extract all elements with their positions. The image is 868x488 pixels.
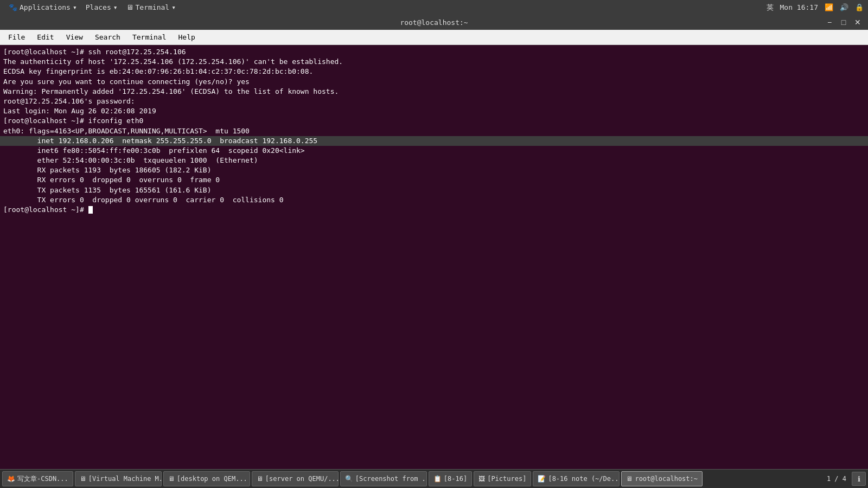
taskbar-item-label-2: [desktop on QEM... — [177, 475, 247, 483]
terminal-line-2: ECDSA key fingerprint is eb:24:0e:07:96:… — [3, 67, 865, 76]
time-display: Mon 16:17 — [780, 3, 818, 11]
wifi-icon: 📶 — [825, 3, 833, 11]
apps-icon: 🐾 — [9, 3, 17, 11]
volume-icon: 🔊 — [840, 3, 848, 11]
terminal-line-7: [root@localhost ~]# ifconfig eth0 — [3, 116, 865, 126]
terminal-line-8: eth0: flags=4163<UP,BROADCAST,RUNNING,MU… — [3, 126, 865, 136]
terminal-line-11: ether 52:54:00:00:3c:0b txqueuelen 1000 … — [3, 156, 865, 165]
terminal-line-1: The authenticity of host '172.25.254.106… — [3, 57, 865, 67]
taskbar-item-icon-4: 🔍 — [345, 475, 353, 483]
taskbar-item-2[interactable]: 🖥[desktop on QEM... — [163, 471, 250, 486]
taskbar-item-label-3: [server on QEMU/... — [265, 475, 339, 483]
taskbar-item-label-0: 写文章-CSDN... — [17, 474, 68, 484]
taskbar: 🦊写文章-CSDN...🖥[Virtual Machine M...🖥[desk… — [0, 469, 868, 488]
places-chevron: ▾ — [113, 3, 118, 11]
terminal-icon: 🖥 — [126, 3, 133, 11]
lock-icon: 🔒 — [855, 3, 864, 11]
menubar-item-help[interactable]: Help — [173, 31, 201, 44]
terminal-line-13: RX errors 0 dropped 0 overruns 0 frame 0 — [3, 175, 865, 185]
system-bar-left: 🐾 Applications ▾ Places ▾ 🖥 Terminal ▾ — [4, 0, 180, 15]
terminal-window: root@localhost:~ − □ ✕ FileEditViewSearc… — [0, 15, 868, 469]
taskbar-right: 1 / 4ℹ — [824, 472, 866, 486]
apps-chevron: ▾ — [73, 3, 77, 11]
taskbar-item-label-8: root@localhost:~ — [635, 475, 698, 483]
taskbar-item-icon-3: 🖥 — [257, 475, 263, 483]
terminal-menu[interactable]: 🖥 Terminal ▾ — [122, 0, 180, 15]
window-title: root@localhost:~ — [400, 18, 468, 27]
apps-menu[interactable]: 🐾 Applications ▾ — [4, 0, 81, 15]
taskbar-item-icon-6: 🖼 — [478, 475, 485, 483]
taskbar-item-6[interactable]: 🖼[Pictures] — [474, 471, 531, 486]
taskbar-item-5[interactable]: 📋[8-16] — [429, 471, 472, 486]
taskbar-item-icon-2: 🖥 — [168, 475, 175, 483]
menubar-item-edit[interactable]: Edit — [31, 31, 59, 44]
terminal-cursor — [88, 206, 93, 214]
terminal-line-0: [root@localhost ~]# ssh root@172.25.254.… — [3, 47, 865, 57]
taskbar-item-8[interactable]: 🖥root@localhost:~ — [621, 471, 703, 486]
terminal-line-12: RX packets 1193 bytes 186605 (182.2 KiB) — [3, 165, 865, 175]
taskbar-item-icon-7: 📝 — [538, 475, 546, 483]
terminal-line-17: [root@localhost ~]# — [3, 205, 865, 215]
system-bar: 🐾 Applications ▾ Places ▾ 🖥 Terminal ▾ 英… — [0, 0, 868, 15]
terminal-line-3: Are you sure you want to continue connec… — [3, 77, 865, 87]
taskbar-item-4[interactable]: 🔍[Screenshot from ... — [340, 471, 427, 486]
terminal-line-6: Last login: Mon Aug 26 02:26:08 2019 — [3, 106, 865, 116]
maximize-button[interactable]: □ — [839, 17, 848, 27]
places-label: Places — [86, 3, 111, 11]
close-button[interactable]: ✕ — [853, 17, 863, 27]
terminal-content[interactable]: [root@localhost ~]# ssh root@172.25.254.… — [0, 45, 868, 469]
menubar-item-terminal[interactable]: Terminal — [127, 31, 172, 44]
taskbar-item-label-6: [Pictures] — [487, 475, 526, 483]
terminal-line-4: Warning: Permanently added '172.25.254.1… — [3, 87, 865, 97]
taskbar-item-label-4: [Screenshot from ... — [355, 475, 427, 483]
terminal-line-14: TX packets 1135 bytes 165561 (161.6 KiB) — [3, 185, 865, 195]
menubar-item-view[interactable]: View — [61, 31, 88, 44]
terminal-line-15: TX errors 0 dropped 0 overruns 0 carrier… — [3, 195, 865, 205]
terminal-chevron: ▾ — [171, 3, 176, 11]
taskbar-item-label-7: [8-16 note (~/De... — [548, 475, 620, 483]
terminal-line-10: inet6 fe80::5054:ff:fe00:3c0b prefixlen … — [3, 146, 865, 156]
taskbar-info-button[interactable]: ℹ — [852, 472, 866, 486]
terminal-menubar: FileEditViewSearchTerminalHelp — [0, 30, 868, 45]
taskbar-item-icon-5: 📋 — [433, 475, 442, 483]
minimize-button[interactable]: − — [825, 17, 834, 27]
taskbar-item-label-5: [8-16] — [444, 475, 467, 483]
lang-indicator[interactable]: 英 — [767, 3, 774, 12]
taskbar-item-icon-0: 🦊 — [7, 475, 15, 483]
terminal-line-5: root@172.25.254.106's password: — [3, 97, 865, 106]
taskbar-item-1[interactable]: 🖥[Virtual Machine M... — [75, 471, 162, 486]
taskbar-item-label-1: [Virtual Machine M... — [88, 475, 162, 483]
taskbar-item-7[interactable]: 📝[8-16 note (~/De... — [533, 471, 620, 486]
taskbar-item-0[interactable]: 🦊写文章-CSDN... — [2, 471, 73, 486]
terminal-line-9: inet 192.168.0.206 netmask 255.255.255.0… — [0, 136, 868, 146]
taskbar-item-3[interactable]: 🖥[server on QEMU/... — [252, 471, 339, 486]
system-bar-right: 英 Mon 16:17 📶 🔊 🔒 — [767, 3, 864, 12]
apps-label: Applications — [20, 3, 71, 11]
taskbar-item-icon-1: 🖥 — [80, 475, 86, 483]
menubar-item-search[interactable]: Search — [90, 31, 126, 44]
menubar-item-file[interactable]: File — [3, 31, 30, 44]
places-menu[interactable]: Places ▾ — [81, 0, 122, 15]
window-controls: − □ ✕ — [825, 17, 863, 27]
taskbar-item-icon-8: 🖥 — [626, 475, 633, 483]
page-indicator: 1 / 4 — [824, 475, 850, 483]
terminal-titlebar: root@localhost:~ − □ ✕ — [0, 15, 868, 30]
terminal-label: Terminal — [136, 3, 170, 11]
